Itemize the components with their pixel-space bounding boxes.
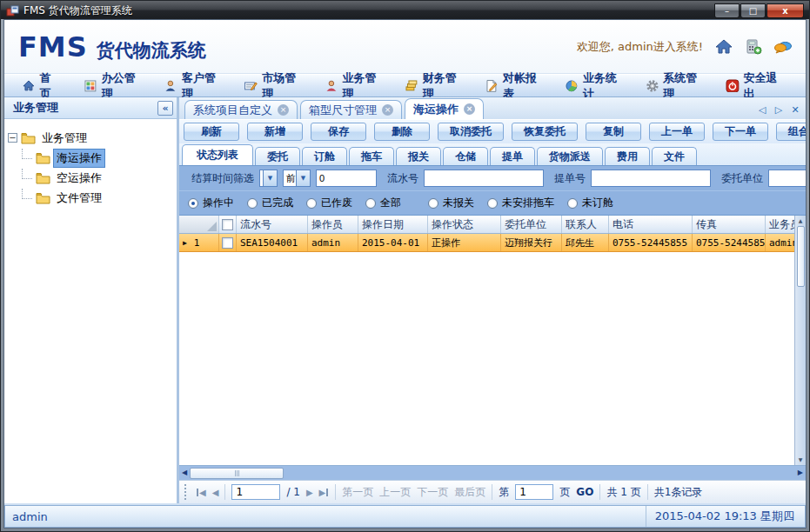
subtab-customs[interactable]: 报关 <box>396 147 441 165</box>
nav-item-finance[interactable]: 财务管理 <box>396 75 476 96</box>
range-combo[interactable]: 前 <box>283 170 311 187</box>
sidebar-collapse-button[interactable] <box>157 101 173 116</box>
radio-all[interactable]: 全部 <box>365 196 401 210</box>
nav-item-customer[interactable]: 客户管理 <box>155 75 235 96</box>
page-number-input[interactable] <box>231 484 280 500</box>
client-input[interactable] <box>768 170 806 187</box>
scroll-up-icon[interactable]: ▲ <box>799 217 803 224</box>
first-page-icon[interactable]: ◀ <box>196 488 206 497</box>
days-input[interactable] <box>316 170 377 187</box>
first-page-link[interactable]: 第一页 <box>342 485 373 500</box>
subtab-delivery[interactable]: 货物派送 <box>537 147 603 165</box>
tab-scroll-left-icon[interactable]: ◁ <box>757 104 767 116</box>
cancel-entrust-button[interactable]: 取消委托 <box>438 123 504 141</box>
copy-button[interactable]: 复制 <box>586 123 641 141</box>
tree-collapse-icon[interactable] <box>8 133 17 143</box>
scroll-down-icon[interactable]: ▼ <box>799 456 803 463</box>
tree-item-sea-ops[interactable]: 海运操作 <box>8 148 173 168</box>
folder-icon <box>36 152 50 164</box>
add-button[interactable]: 新增 <box>247 123 303 141</box>
tab-system-items[interactable]: 系统项目自定义 <box>184 100 298 119</box>
dropdown-arrow-icon[interactable] <box>263 170 277 186</box>
col-client[interactable]: 委托单位 <box>501 216 562 233</box>
vertical-scrollbar[interactable]: ▲ ▼ <box>794 216 806 465</box>
radio-no-booking[interactable]: 未订舱 <box>567 196 613 210</box>
nav-item-market[interactable]: 市场管理 <box>235 75 315 96</box>
date-filter-combo[interactable] <box>259 170 278 187</box>
prev-page-link[interactable]: 上一页 <box>379 485 411 500</box>
row-checkbox[interactable] <box>219 234 237 251</box>
col-phone[interactable]: 电话 <box>609 216 693 233</box>
operations-icon <box>325 79 338 93</box>
table-row[interactable]: 1 SEA1504001 admin 2015-04-01 正操作 迈翔报关行 … <box>179 234 794 252</box>
subtab-trailer[interactable]: 拖车 <box>349 147 394 165</box>
chat-icon[interactable] <box>774 39 792 55</box>
scroll-left-icon[interactable]: ◀ <box>182 469 187 476</box>
nav-item-operations[interactable]: 业务管理 <box>316 75 396 96</box>
tab-scroll-right-icon[interactable]: ▷ <box>773 104 784 116</box>
bill-input[interactable] <box>591 170 711 187</box>
radio-no-customs[interactable]: 未报关 <box>428 196 474 210</box>
combo-query-button[interactable]: 组合查询 <box>776 123 806 141</box>
maximize-button[interactable]: □ <box>740 3 766 18</box>
tree-root[interactable]: 业务管理 <box>8 128 173 148</box>
subtab-bill[interactable]: 提单 <box>490 147 535 165</box>
tab-close-icon[interactable] <box>464 103 475 115</box>
nav-item-home[interactable]: 首 页 <box>13 75 75 96</box>
horizontal-scrollbar[interactable]: ◀ ▶ <box>179 465 806 480</box>
subtab-booking[interactable]: 订舱 <box>302 147 347 165</box>
scroll-right-icon[interactable]: ▶ <box>798 469 803 476</box>
subtab-status-list[interactable]: 状态列表 <box>182 144 253 165</box>
col-op-status[interactable]: 操作状态 <box>428 216 501 233</box>
last-page-icon[interactable]: ▶ <box>319 488 330 497</box>
radio-completed[interactable]: 已完成 <box>247 196 293 210</box>
home-shortcut-icon[interactable] <box>715 39 733 55</box>
nav-item-logout[interactable]: 安全退出 <box>717 75 797 96</box>
col-contact[interactable]: 联系人 <box>562 216 609 233</box>
col-fax[interactable]: 传真 <box>693 216 766 233</box>
col-serial[interactable]: 流水号 <box>237 216 308 233</box>
subtab-fees[interactable]: 费用 <box>605 147 650 165</box>
prev-order-button[interactable]: 上一单 <box>649 123 705 141</box>
nav-item-report[interactable]: 对帐报表 <box>476 75 556 96</box>
dropdown-arrow-icon[interactable] <box>296 170 310 186</box>
tab-close-all-icon[interactable]: ✕ <box>790 104 800 116</box>
select-all-corner[interactable] <box>179 216 219 233</box>
minimize-button[interactable]: – <box>714 3 740 18</box>
tree-item-file-mgmt[interactable]: 文件管理 <box>8 188 173 208</box>
restore-entrust-button[interactable]: 恢复委托 <box>512 123 578 141</box>
close-button[interactable]: x <box>766 3 804 18</box>
header-checkbox[interactable] <box>219 216 237 233</box>
radio-operating[interactable]: 操作中 <box>188 196 234 210</box>
tab-close-icon[interactable] <box>382 104 393 116</box>
nav-item-statistics[interactable]: 业务统计 <box>556 75 636 96</box>
next-order-button[interactable]: 下一单 <box>713 123 768 141</box>
prev-page-icon[interactable]: ◀ <box>212 488 219 497</box>
next-page-icon[interactable]: ▶ <box>306 488 313 497</box>
calculator-icon[interactable] <box>745 39 762 55</box>
radio-voided[interactable]: 已作废 <box>306 196 352 210</box>
col-operator[interactable]: 操作员 <box>308 216 358 233</box>
subtab-files[interactable]: 文件 <box>652 147 697 165</box>
vertical-scroll-thumb[interactable] <box>797 226 805 287</box>
subtab-warehouse[interactable]: 仓储 <box>443 147 488 165</box>
col-op-date[interactable]: 操作日期 <box>358 216 428 233</box>
tree-item-air-ops[interactable]: 空运操作 <box>8 168 173 188</box>
delete-button[interactable]: 删除 <box>374 123 430 141</box>
radio-no-trailer[interactable]: 未安排拖车 <box>487 196 554 210</box>
next-page-link[interactable]: 下一页 <box>417 485 448 500</box>
go-button[interactable]: GO <box>576 486 593 498</box>
goto-page-input[interactable] <box>515 484 553 500</box>
col-salesman[interactable]: 业务员 <box>766 216 794 233</box>
tab-container-size[interactable]: 箱型尺寸管理 <box>300 100 402 119</box>
horizontal-scroll-thumb[interactable] <box>190 468 284 479</box>
nav-item-system[interactable]: 系统管理 <box>637 75 717 96</box>
save-button[interactable]: 保存 <box>311 123 366 141</box>
nav-item-office[interactable]: 办公管理 <box>75 75 155 96</box>
last-page-link[interactable]: 最后页 <box>454 485 485 500</box>
refresh-button[interactable]: 刷新 <box>184 123 239 141</box>
subtab-entrust[interactable]: 委托 <box>255 147 300 165</box>
tab-close-icon[interactable] <box>278 104 289 116</box>
serial-input[interactable] <box>424 170 544 187</box>
tab-sea-operation[interactable]: 海运操作 <box>405 98 484 119</box>
